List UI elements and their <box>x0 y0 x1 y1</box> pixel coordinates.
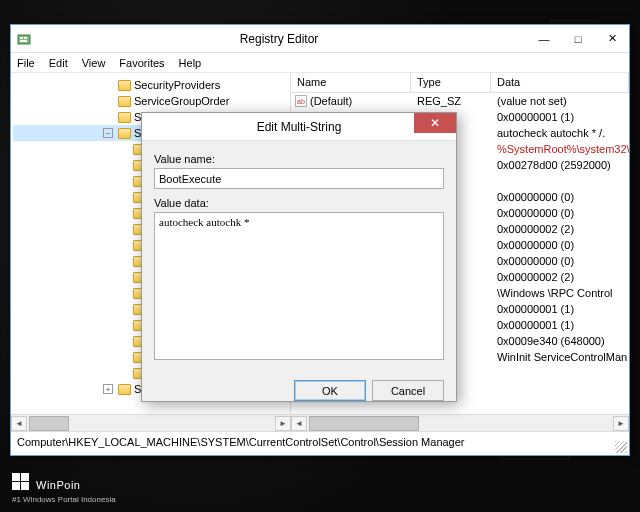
resize-grip[interactable] <box>615 441 627 453</box>
data-cell: 0x00000000 (0) <box>491 239 629 251</box>
data-cell: 0x00000002 (2) <box>491 271 629 283</box>
valuename-input[interactable] <box>154 168 444 189</box>
string-value-icon: ab <box>295 95 307 107</box>
col-name[interactable]: Name <box>291 73 411 92</box>
data-cell: 0x00000001 (1) <box>491 303 629 315</box>
data-cell: 0x00000002 (2) <box>491 223 629 235</box>
window-title: Registry Editor <box>31 32 527 46</box>
scroll-thumb[interactable] <box>309 416 419 431</box>
menu-file[interactable]: File <box>17 57 35 69</box>
dialog-close-button[interactable]: ✕ <box>414 113 456 133</box>
cancel-button[interactable]: Cancel <box>372 380 444 401</box>
folder-icon <box>118 384 131 395</box>
menu-view[interactable]: View <box>82 57 106 69</box>
data-cell: 0x00278d00 (2592000) <box>491 159 629 171</box>
data-cell: 0x00000000 (0) <box>491 207 629 219</box>
scroll-right-icon[interactable]: ► <box>613 416 629 431</box>
minimize-button[interactable]: — <box>527 28 561 50</box>
expand-icon[interactable]: + <box>103 384 113 394</box>
tree-item[interactable]: ServiceGroupOrder <box>13 93 290 109</box>
svg-rect-3 <box>20 40 27 42</box>
valuedata-label: Value data: <box>154 197 444 209</box>
folder-icon <box>118 112 131 123</box>
ok-button[interactable]: OK <box>294 380 366 401</box>
col-data[interactable]: Data <box>491 73 629 92</box>
scroll-left-icon[interactable]: ◄ <box>291 416 307 431</box>
folder-icon <box>118 80 131 91</box>
data-cell: 0x00000001 (1) <box>491 319 629 331</box>
svg-rect-0 <box>18 35 30 44</box>
edit-multistring-dialog: Edit Multi-String ✕ Value name: Value da… <box>141 112 457 402</box>
app-icon <box>17 32 31 46</box>
menu-help[interactable]: Help <box>179 57 202 69</box>
watermark-logo: WinPoin #1 Windows Portal Indonesia <box>12 469 116 504</box>
folder-icon <box>118 128 131 139</box>
list-row[interactable]: ab(Default)REG_SZ(value not set) <box>291 93 629 109</box>
scroll-left-icon[interactable]: ◄ <box>11 416 27 431</box>
tree-item[interactable]: SecurityProviders <box>13 77 290 93</box>
tree-label: SecurityProviders <box>134 79 220 91</box>
data-cell: 0x00000001 (1) <box>491 111 629 123</box>
col-type[interactable]: Type <box>411 73 491 92</box>
folder-icon <box>118 96 131 107</box>
scroll-right-icon[interactable]: ► <box>275 416 291 431</box>
expand-icon[interactable]: − <box>103 128 113 138</box>
data-cell: 0x0009e340 (648000) <box>491 335 629 347</box>
menu-favorites[interactable]: Favorites <box>119 57 164 69</box>
data-cell: 0x00000000 (0) <box>491 255 629 267</box>
data-cell: 0x00000000 (0) <box>491 191 629 203</box>
data-cell: %SystemRoot%\system32\l <box>491 143 629 155</box>
titlebar[interactable]: Registry Editor — □ ✕ <box>11 25 629 53</box>
dialog-title: Edit Multi-String <box>257 120 342 134</box>
data-cell: WinInit ServiceControlMan <box>491 351 629 363</box>
valuedata-textarea[interactable] <box>154 212 444 360</box>
data-cell: \Windows \RPC Control <box>491 287 629 299</box>
menu-edit[interactable]: Edit <box>49 57 68 69</box>
tree-label: ServiceGroupOrder <box>134 95 229 107</box>
dialog-titlebar[interactable]: Edit Multi-String ✕ <box>142 113 456 141</box>
svg-rect-1 <box>20 37 23 39</box>
list-header[interactable]: Name Type Data <box>291 73 629 93</box>
maximize-button[interactable]: □ <box>561 28 595 50</box>
svg-rect-2 <box>24 37 27 39</box>
data-cell: (value not set) <box>491 95 629 107</box>
data-cell: autocheck autochk * /. <box>491 127 629 139</box>
list-hscrollbar[interactable]: ◄ ► <box>291 414 629 431</box>
scroll-thumb[interactable] <box>29 416 69 431</box>
tree-hscrollbar[interactable]: ◄ ► <box>11 414 291 431</box>
valuename-label: Value name: <box>154 153 444 165</box>
status-bar: Computer\HKEY_LOCAL_MACHINE\SYSTEM\Curre… <box>11 431 629 453</box>
close-button[interactable]: ✕ <box>595 28 629 50</box>
menubar: File Edit View Favorites Help <box>11 53 629 73</box>
